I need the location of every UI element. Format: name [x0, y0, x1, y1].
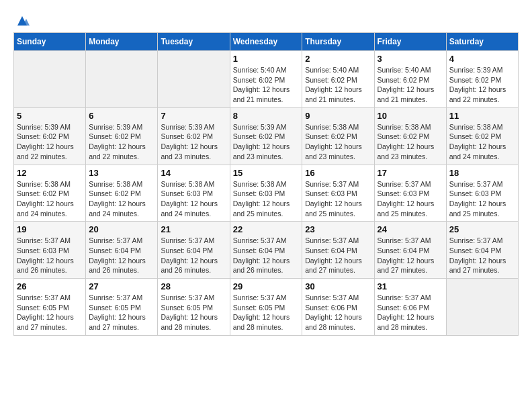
calendar-cell: 4Sunrise: 5:39 AM Sunset: 6:02 PM Daylig…	[446, 51, 518, 108]
calendar-cell: 9Sunrise: 5:38 AM Sunset: 6:02 PM Daylig…	[302, 107, 374, 165]
calendar-cell: 1Sunrise: 5:40 AM Sunset: 6:02 PM Daylig…	[230, 51, 302, 108]
day-info: Sunrise: 5:37 AM Sunset: 6:06 PM Dayligh…	[305, 293, 371, 332]
day-info: Sunrise: 5:37 AM Sunset: 6:03 PM Dayligh…	[449, 179, 515, 219]
weekday-header-tuesday: Tuesday	[158, 33, 230, 51]
day-number: 4	[449, 54, 515, 64]
calendar-cell: 15Sunrise: 5:38 AM Sunset: 6:03 PM Dayli…	[230, 165, 302, 222]
calendar-cell: 29Sunrise: 5:37 AM Sunset: 6:05 PM Dayli…	[230, 279, 302, 336]
day-number: 20	[89, 224, 154, 234]
logo-icon	[15, 13, 30, 26]
page-header	[13, 13, 519, 26]
day-info: Sunrise: 5:37 AM Sunset: 6:05 PM Dayligh…	[89, 293, 154, 332]
calendar-cell	[446, 279, 518, 336]
day-info: Sunrise: 5:38 AM Sunset: 6:02 PM Dayligh…	[17, 179, 83, 219]
weekday-header-row: SundayMondayTuesdayWednesdayThursdayFrid…	[14, 33, 519, 51]
calendar-table: SundayMondayTuesdayWednesdayThursdayFrid…	[13, 32, 519, 336]
day-info: Sunrise: 5:37 AM Sunset: 6:05 PM Dayligh…	[17, 293, 83, 332]
day-number: 6	[89, 111, 154, 121]
day-info: Sunrise: 5:39 AM Sunset: 6:02 PM Dayligh…	[233, 122, 300, 162]
day-info: Sunrise: 5:37 AM Sunset: 6:03 PM Dayligh…	[17, 236, 83, 275]
day-number: 2	[305, 54, 371, 64]
day-info: Sunrise: 5:40 AM Sunset: 6:02 PM Dayligh…	[305, 65, 371, 105]
day-number: 11	[449, 111, 515, 121]
weekday-header-saturday: Saturday	[446, 33, 518, 51]
calendar-cell: 19Sunrise: 5:37 AM Sunset: 6:03 PM Dayli…	[14, 222, 86, 279]
day-info: Sunrise: 5:37 AM Sunset: 6:03 PM Dayligh…	[305, 179, 371, 219]
calendar-cell: 11Sunrise: 5:38 AM Sunset: 6:02 PM Dayli…	[446, 107, 518, 165]
calendar-cell: 16Sunrise: 5:37 AM Sunset: 6:03 PM Dayli…	[302, 165, 374, 222]
calendar-cell: 12Sunrise: 5:38 AM Sunset: 6:02 PM Dayli…	[14, 165, 86, 222]
day-number: 26	[17, 281, 83, 291]
day-number: 16	[305, 168, 371, 178]
calendar-cell: 14Sunrise: 5:38 AM Sunset: 6:03 PM Dayli…	[158, 165, 230, 222]
day-number: 25	[449, 224, 515, 234]
weekday-header-monday: Monday	[86, 33, 158, 51]
calendar-week-2: 5Sunrise: 5:39 AM Sunset: 6:02 PM Daylig…	[14, 107, 519, 165]
calendar-cell: 30Sunrise: 5:37 AM Sunset: 6:06 PM Dayli…	[302, 279, 374, 336]
weekday-header-thursday: Thursday	[302, 33, 374, 51]
day-info: Sunrise: 5:40 AM Sunset: 6:02 PM Dayligh…	[233, 65, 300, 105]
calendar-cell: 8Sunrise: 5:39 AM Sunset: 6:02 PM Daylig…	[230, 107, 302, 165]
day-info: Sunrise: 5:37 AM Sunset: 6:04 PM Dayligh…	[89, 236, 154, 275]
calendar-week-5: 26Sunrise: 5:37 AM Sunset: 6:05 PM Dayli…	[14, 279, 519, 336]
calendar-week-4: 19Sunrise: 5:37 AM Sunset: 6:03 PM Dayli…	[14, 222, 519, 279]
day-number: 24	[378, 224, 443, 234]
weekday-header-friday: Friday	[374, 33, 446, 51]
day-number: 21	[161, 224, 226, 234]
day-info: Sunrise: 5:37 AM Sunset: 6:06 PM Dayligh…	[378, 293, 443, 332]
day-info: Sunrise: 5:37 AM Sunset: 6:05 PM Dayligh…	[233, 293, 300, 332]
calendar-cell: 23Sunrise: 5:37 AM Sunset: 6:04 PM Dayli…	[302, 222, 374, 279]
calendar-cell	[158, 51, 230, 108]
day-info: Sunrise: 5:39 AM Sunset: 6:02 PM Dayligh…	[161, 122, 226, 162]
day-number: 30	[305, 281, 371, 291]
day-number: 31	[378, 281, 443, 291]
calendar-cell: 10Sunrise: 5:38 AM Sunset: 6:02 PM Dayli…	[374, 107, 446, 165]
calendar-cell: 20Sunrise: 5:37 AM Sunset: 6:04 PM Dayli…	[86, 222, 158, 279]
calendar-cell: 3Sunrise: 5:40 AM Sunset: 6:02 PM Daylig…	[374, 51, 446, 108]
day-number: 23	[305, 224, 371, 234]
day-info: Sunrise: 5:37 AM Sunset: 6:04 PM Dayligh…	[161, 236, 226, 275]
day-number: 1	[233, 54, 300, 64]
day-number: 18	[449, 168, 515, 178]
calendar-cell: 27Sunrise: 5:37 AM Sunset: 6:05 PM Dayli…	[86, 279, 158, 336]
weekday-header-sunday: Sunday	[14, 33, 86, 51]
day-info: Sunrise: 5:37 AM Sunset: 6:03 PM Dayligh…	[378, 179, 443, 219]
day-number: 3	[378, 54, 443, 64]
calendar-cell: 17Sunrise: 5:37 AM Sunset: 6:03 PM Dayli…	[374, 165, 446, 222]
calendar-cell	[14, 51, 86, 108]
logo	[13, 13, 30, 26]
day-info: Sunrise: 5:38 AM Sunset: 6:03 PM Dayligh…	[233, 179, 300, 219]
day-number: 10	[378, 111, 443, 121]
day-info: Sunrise: 5:37 AM Sunset: 6:04 PM Dayligh…	[378, 236, 443, 275]
day-info: Sunrise: 5:39 AM Sunset: 6:02 PM Dayligh…	[89, 122, 154, 162]
day-number: 22	[233, 224, 300, 234]
calendar-cell: 24Sunrise: 5:37 AM Sunset: 6:04 PM Dayli…	[374, 222, 446, 279]
calendar-cell	[86, 51, 158, 108]
day-info: Sunrise: 5:39 AM Sunset: 6:02 PM Dayligh…	[17, 122, 83, 162]
calendar-cell: 22Sunrise: 5:37 AM Sunset: 6:04 PM Dayli…	[230, 222, 302, 279]
calendar-cell: 7Sunrise: 5:39 AM Sunset: 6:02 PM Daylig…	[158, 107, 230, 165]
day-info: Sunrise: 5:37 AM Sunset: 6:04 PM Dayligh…	[233, 236, 300, 275]
day-info: Sunrise: 5:37 AM Sunset: 6:04 PM Dayligh…	[449, 236, 515, 275]
day-number: 5	[17, 111, 83, 121]
day-info: Sunrise: 5:38 AM Sunset: 6:02 PM Dayligh…	[305, 122, 371, 162]
day-info: Sunrise: 5:38 AM Sunset: 6:03 PM Dayligh…	[161, 179, 226, 219]
calendar-cell: 18Sunrise: 5:37 AM Sunset: 6:03 PM Dayli…	[446, 165, 518, 222]
calendar-cell: 21Sunrise: 5:37 AM Sunset: 6:04 PM Dayli…	[158, 222, 230, 279]
day-info: Sunrise: 5:39 AM Sunset: 6:02 PM Dayligh…	[449, 65, 515, 105]
day-info: Sunrise: 5:38 AM Sunset: 6:02 PM Dayligh…	[89, 179, 154, 219]
calendar-cell: 26Sunrise: 5:37 AM Sunset: 6:05 PM Dayli…	[14, 279, 86, 336]
day-number: 12	[17, 168, 83, 178]
day-number: 29	[233, 281, 300, 291]
calendar-cell: 25Sunrise: 5:37 AM Sunset: 6:04 PM Dayli…	[446, 222, 518, 279]
day-number: 27	[89, 281, 154, 291]
day-number: 28	[161, 281, 226, 291]
calendar-cell: 5Sunrise: 5:39 AM Sunset: 6:02 PM Daylig…	[14, 107, 86, 165]
day-number: 17	[378, 168, 443, 178]
day-info: Sunrise: 5:37 AM Sunset: 6:04 PM Dayligh…	[305, 236, 371, 275]
calendar-week-3: 12Sunrise: 5:38 AM Sunset: 6:02 PM Dayli…	[14, 165, 519, 222]
day-info: Sunrise: 5:38 AM Sunset: 6:02 PM Dayligh…	[449, 122, 515, 162]
day-number: 19	[17, 224, 83, 234]
calendar-week-1: 1Sunrise: 5:40 AM Sunset: 6:02 PM Daylig…	[14, 51, 519, 108]
day-number: 8	[233, 111, 300, 121]
